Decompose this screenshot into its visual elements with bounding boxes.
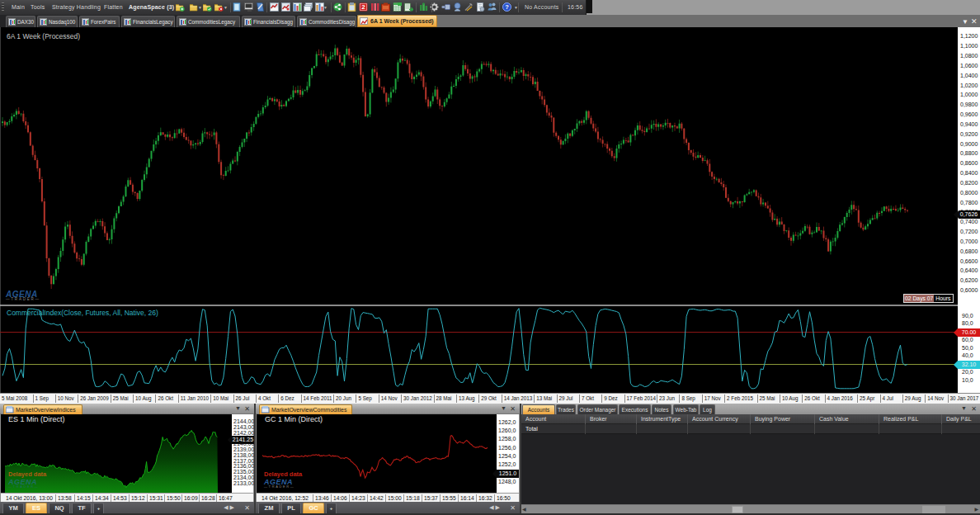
svg-text:?: ? [505, 3, 509, 11]
svg-text:2: 2 [361, 3, 365, 11]
